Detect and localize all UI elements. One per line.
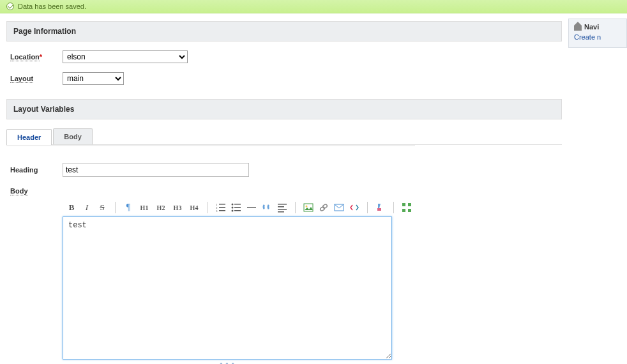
section-page-information: Page Information [6, 21, 562, 42]
quote-button[interactable] [261, 201, 273, 214]
resize-handle[interactable]: ● ● ● [63, 361, 392, 364]
body-editor[interactable]: test [63, 216, 392, 360]
check-icon [6, 3, 14, 10]
svg-rect-7 [234, 204, 241, 205]
italic-button[interactable]: I [80, 201, 93, 214]
unordered-list-button[interactable] [230, 201, 243, 214]
link-button[interactable] [317, 201, 330, 214]
svg-rect-26 [408, 209, 411, 212]
tab-body[interactable]: Body [53, 128, 93, 144]
layout-label: Layout [10, 75, 63, 82]
svg-rect-1 [219, 204, 225, 205]
svg-rect-5 [219, 210, 225, 211]
alert-message: Data has been saved. [18, 3, 86, 10]
svg-rect-24 [408, 203, 411, 206]
svg-point-8 [232, 207, 234, 209]
heading-label: Heading [10, 166, 63, 174]
svg-rect-13 [278, 204, 287, 205]
toolbar-separator [393, 202, 394, 213]
house-icon [574, 23, 582, 31]
svg-rect-23 [402, 203, 405, 206]
create-link[interactable]: Create n [574, 33, 601, 41]
h2-button[interactable]: H2 [154, 201, 168, 214]
h1-button[interactable]: H1 [137, 201, 151, 214]
toolbar-separator [115, 202, 116, 213]
svg-point-10 [232, 210, 234, 212]
fullscreen-button[interactable] [400, 201, 413, 214]
side-panel: Navi Create n [568, 19, 627, 48]
bold-button[interactable]: B [65, 201, 78, 214]
svg-rect-9 [234, 207, 241, 208]
email-button[interactable] [333, 201, 345, 214]
align-button[interactable] [276, 201, 289, 214]
toolbar-separator [295, 202, 296, 213]
image-button[interactable] [302, 201, 315, 214]
h4-button[interactable]: H4 [187, 201, 201, 214]
svg-point-20 [322, 204, 328, 209]
alert-bar: Data has been saved. [0, 0, 627, 13]
svg-rect-22 [377, 208, 381, 211]
ordered-list-button[interactable]: 123 [215, 201, 227, 214]
tabs-row: Header Body [6, 128, 562, 145]
svg-rect-14 [278, 206, 284, 208]
body-label: Body [10, 187, 63, 195]
svg-point-18 [306, 206, 308, 208]
heading-input[interactable] [63, 163, 249, 177]
svg-rect-15 [278, 209, 287, 210]
paragraph-button[interactable]: ¶ [122, 201, 135, 214]
svg-rect-11 [234, 210, 241, 211]
h3-button[interactable]: H3 [170, 201, 185, 214]
svg-rect-12 [247, 207, 256, 208]
svg-point-6 [232, 204, 234, 206]
location-select[interactable]: elson [63, 50, 188, 63]
svg-text:3: 3 [216, 209, 218, 213]
svg-rect-16 [278, 211, 284, 213]
tab-header[interactable]: Header [6, 129, 52, 145]
toolbar-separator [367, 202, 368, 213]
svg-rect-17 [304, 204, 313, 211]
svg-rect-25 [402, 209, 405, 212]
code-button[interactable] [348, 201, 361, 214]
svg-rect-3 [219, 207, 225, 208]
tab-underline [6, 145, 415, 146]
hr-button[interactable] [245, 201, 258, 214]
section-layout-variables: Layout Variables [6, 99, 562, 119]
editor-toolbar: B I S ¶ H1 H2 H3 H4 123 [63, 199, 562, 216]
layout-select[interactable]: main [63, 72, 124, 85]
toolbar-separator [208, 202, 208, 213]
location-label: Location* [10, 53, 63, 61]
clean-button[interactable] [374, 201, 387, 214]
side-panel-title: Navi [584, 23, 599, 31]
strike-button[interactable]: S [96, 201, 109, 214]
